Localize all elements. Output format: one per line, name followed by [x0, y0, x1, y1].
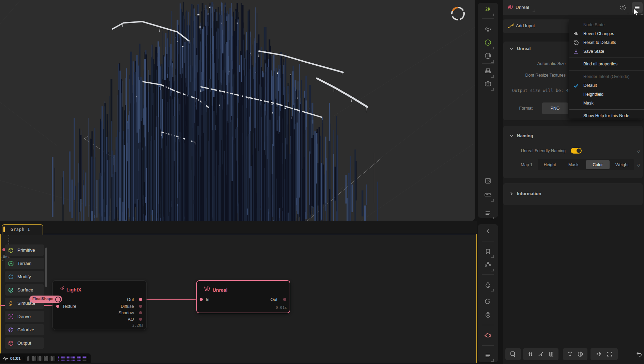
panel-title: Unreal — [516, 5, 529, 10]
expand-view-icon[interactable] — [607, 351, 613, 357]
portal-finalshape[interactable]: FinalShape — [29, 296, 62, 303]
collapse-view-icon[interactable] — [596, 351, 602, 357]
toolbox-item-output[interactable]: Output — [5, 337, 44, 349]
format-png-button[interactable]: PNG — [542, 102, 568, 114]
contrast-circle-icon[interactable] — [577, 351, 583, 357]
toolbox-item-modify[interactable]: Modify — [5, 271, 44, 282]
status-bar: 01:01 — [0, 353, 91, 363]
port-in-texture[interactable] — [56, 305, 59, 308]
bind-diamond-icon[interactable]: ◇ — [637, 163, 640, 167]
node-menu-button[interactable] — [632, 2, 643, 13]
tab-graph-1[interactable]: Graph 1 — [2, 224, 43, 235]
toolbox-item-surface[interactable]: Surface — [5, 284, 44, 296]
derive-icon — [8, 314, 14, 320]
menu-item-default[interactable]: Default — [569, 81, 644, 90]
chevron-down-icon — [509, 47, 513, 51]
menu-item-mask[interactable]: Mask — [569, 99, 644, 108]
viewport-3d[interactable] — [0, 0, 475, 221]
ruler-vertical-icon[interactable] — [548, 351, 554, 357]
port-out[interactable] — [283, 298, 286, 301]
map1-label: Map 1 — [521, 162, 533, 167]
menu-separator — [569, 109, 644, 110]
reset-icon — [573, 39, 579, 46]
toolbox-item-derive[interactable]: Derive — [5, 311, 44, 322]
pin-down-icon[interactable] — [567, 351, 573, 357]
resolution-2k-badge[interactable]: 2K — [484, 5, 492, 14]
format-label: Format — [519, 106, 533, 111]
output-size-note: Output size will be: 40 — [512, 88, 571, 93]
node-network-icon[interactable] — [484, 260, 492, 269]
menu-item-show-help[interactable]: Show Help for this Node — [569, 111, 644, 120]
toolbox-item-primitive[interactable]: Primitive — [5, 244, 44, 256]
collapse-panel-icon[interactable] — [484, 227, 492, 236]
map1-segmented-control: Height Mask Color Weight — [538, 159, 634, 170]
modify-circle-icon — [8, 274, 14, 280]
menu-item-save-state[interactable]: Save State — [569, 47, 644, 56]
curve-arrow-icon[interactable] — [484, 297, 492, 306]
port-out-ao[interactable] — [139, 318, 142, 321]
graph-tool-strip — [478, 224, 498, 362]
section-information: Information — [503, 183, 643, 205]
material-sphere-icon[interactable] — [484, 51, 492, 60]
map-option-weight[interactable]: Weight — [610, 160, 634, 169]
section-unreal-header[interactable]: Unreal — [509, 46, 531, 51]
node-unreal[interactable]: Unreal In Out 0.01s — [196, 280, 290, 313]
camera-icon[interactable] — [484, 79, 492, 88]
terrain-render — [0, 0, 475, 221]
menu-item-bind-all-properties[interactable]: Bind all properties — [569, 60, 644, 68]
menu-item-heightfield[interactable]: Heightfield — [569, 90, 644, 99]
bind-diamond-icon[interactable]: ◇ — [637, 149, 640, 153]
lightx-sun-icon — [58, 285, 66, 292]
undo-icon[interactable] — [636, 351, 643, 358]
menu-separator — [569, 70, 644, 70]
port-out-shadow[interactable] — [139, 311, 142, 314]
timer-flask-icon[interactable] — [484, 310, 492, 319]
simulate-drop-icon — [8, 300, 14, 306]
menu-item-node-state: Node State — [569, 20, 644, 29]
cube-icon — [8, 340, 14, 346]
map-option-height[interactable]: Height — [538, 160, 562, 169]
gaea-application-window: 2K — [0, 0, 644, 364]
toolbox-scrollbar[interactable] — [45, 248, 47, 287]
bookmark-icon[interactable] — [484, 247, 492, 256]
shading-sphere-icon[interactable] — [484, 38, 492, 47]
add-node-icon[interactable] — [510, 351, 517, 358]
unreal-logo-icon — [507, 4, 514, 11]
save-state-icon — [573, 48, 579, 54]
viewport-menu-icon[interactable] — [484, 209, 492, 218]
panel-header: Unreal — [503, 0, 644, 15]
friendly-naming-toggle[interactable] — [571, 148, 582, 154]
revert-icon — [573, 31, 579, 37]
node-lightx[interactable]: LightX Texture Out Diffuse Shadow AO 2.2… — [52, 280, 147, 330]
menu-item-revert-changes[interactable]: Revert Changes — [569, 29, 644, 38]
cube-icon — [8, 247, 14, 253]
engine-icon[interactable] — [484, 331, 492, 339]
port-out-diffuse[interactable] — [139, 305, 142, 308]
curve-node-icon[interactable] — [538, 351, 544, 357]
toolbox-item-colorize[interactable]: Colorize — [5, 324, 44, 335]
sun-icon[interactable] — [484, 25, 492, 34]
surface-icon — [8, 287, 14, 293]
ruler-icon[interactable] — [484, 190, 492, 199]
palette-icon — [8, 327, 14, 333]
graph-menu-icon[interactable] — [484, 351, 492, 360]
friendly-naming-label: Unreal Friendly Naming — [521, 148, 566, 153]
activity-bars — [27, 356, 56, 361]
perspective-grid-icon[interactable] — [484, 66, 492, 75]
toolbar-group-add — [505, 348, 521, 360]
toolbox-item-terrain[interactable]: Terrain — [5, 258, 44, 269]
automatic-size-label: Automatic Size — [537, 61, 566, 66]
port-in[interactable] — [200, 298, 203, 301]
port-out[interactable] — [139, 298, 142, 301]
swap-arrows-icon[interactable] — [527, 351, 534, 357]
map-option-mask[interactable]: Mask — [562, 160, 585, 169]
mountain-icon — [8, 260, 14, 267]
split-view-icon[interactable] — [484, 176, 492, 185]
gizmo-crosshair-icon[interactable] — [619, 4, 627, 11]
section-information-header[interactable]: Information — [509, 191, 541, 196]
section-naming-header[interactable]: Naming — [509, 133, 533, 138]
menu-item-reset-to-defaults[interactable]: Reset to Defaults — [569, 38, 644, 47]
unreal-logo-icon — [203, 285, 211, 293]
map-option-color[interactable]: Color — [586, 160, 610, 169]
droplet-icon[interactable] — [484, 280, 492, 289]
